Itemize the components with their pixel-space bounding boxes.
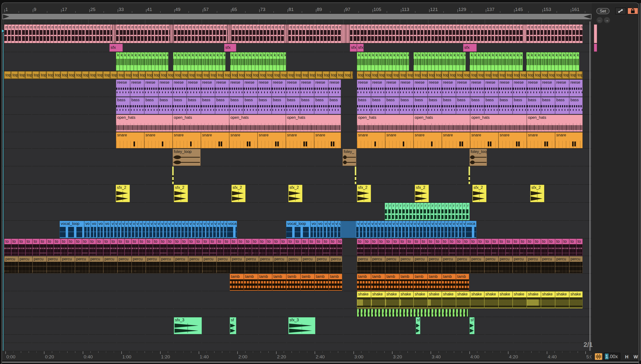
- clip-top_loop[interactable]: top_l: [117, 71, 125, 79]
- clip-top_loop_2[interactable]: to: [505, 238, 513, 256]
- clip-vocal_loop[interactable]: v: [217, 221, 220, 238]
- clip-percussion_lo[interactable]: percu: [146, 256, 160, 273]
- clip-top_loop_2[interactable]: to: [316, 238, 323, 256]
- clip-percussion_lo[interactable]: percu: [413, 256, 428, 273]
- clip-top_loop[interactable]: top_l: [413, 71, 421, 79]
- clip-tambourine_l[interactable]: tamb: [315, 274, 329, 291]
- clip-snare[interactable]: snare: [498, 132, 527, 148]
- clip-reese_bass[interactable]: reese: [484, 80, 498, 96]
- clip-vocal_loop[interactable]: vocal_loop: [286, 221, 310, 238]
- clip-bass[interactable]: bass: [286, 97, 300, 114]
- clip-vocal_loop[interactable]: v: [114, 221, 118, 238]
- clip-ride_loop[interactable]: r: [438, 203, 442, 220]
- clip-ride_loop[interactable]: r: [410, 203, 413, 220]
- clip-top_loop_2[interactable]: to: [548, 238, 555, 256]
- clip-acoustic_dru[interactable]: a: [453, 309, 456, 317]
- clip-top_loop_2[interactable]: to: [146, 238, 153, 256]
- clip-top_loop[interactable]: top_l: [498, 71, 505, 79]
- clip-top_loop[interactable]: top_l: [520, 71, 527, 79]
- clip-ride_loop[interactable]: r: [427, 203, 431, 220]
- clip-sfx_3[interactable]: sfx_3: [288, 317, 315, 334]
- clip-top_loop_2[interactable]: to: [309, 238, 316, 256]
- clip-snare[interactable]: snare: [413, 132, 442, 148]
- clip-vocal_loop[interactable]: v: [452, 221, 455, 238]
- clip-bass[interactable]: bass: [215, 97, 229, 114]
- clip-reese_bass[interactable]: reese: [513, 80, 527, 96]
- clip-vocal_loop[interactable]: v: [402, 221, 406, 238]
- clip-ride_loop[interactable]: r: [413, 203, 417, 220]
- clip-top_loop[interactable]: top_l: [491, 71, 498, 79]
- clip-vocal_loop[interactable]: vo: [91, 221, 97, 238]
- clip-sfx_3[interactable]: sf: [416, 317, 420, 334]
- clip-melodic_loop[interactable]: m: [270, 24, 274, 43]
- clip-top_loop[interactable]: top_l: [132, 71, 139, 79]
- lane-drum_fill[interactable]: [2, 166, 592, 184]
- clip-melodic_loop[interactable]: m: [442, 24, 445, 43]
- clip-melodic_loop[interactable]: m: [263, 24, 267, 43]
- clip-vocal_loop[interactable]: v: [118, 221, 121, 238]
- clip-top_loop_2[interactable]: to: [202, 238, 209, 256]
- lane-empty-1[interactable]: [2, 335, 592, 342]
- clip-melodic_loop[interactable]: m: [75, 24, 79, 43]
- clip-top_loop[interactable]: top_l: [188, 71, 195, 79]
- clip-percussion_lo[interactable]: percu: [132, 256, 146, 273]
- clip-kick[interactable]: k: [453, 52, 456, 71]
- clip-percussion_lo[interactable]: percu: [117, 256, 132, 273]
- clip-kick[interactable]: k: [116, 52, 120, 71]
- clip-vocal_loop[interactable]: v: [174, 221, 178, 238]
- clip-top_loop_2[interactable]: to: [491, 238, 498, 256]
- clip-melodic_loop[interactable]: m: [195, 24, 199, 43]
- clip-shakers[interactable]: shake: [357, 291, 371, 308]
- clip-kick[interactable]: k: [572, 52, 576, 71]
- clip-snare[interactable]: snare: [173, 132, 201, 148]
- clip-percussion_lo[interactable]: percu: [174, 256, 188, 273]
- clip-percussion_lo[interactable]: percu: [33, 256, 47, 273]
- clip-snare[interactable]: snare: [357, 132, 385, 148]
- clip-melodic_loop[interactable]: m: [338, 24, 341, 43]
- clip-vocal_loop[interactable]: v: [381, 221, 385, 238]
- clip-bass[interactable]: bass: [314, 97, 328, 114]
- clip-melodic_loop[interactable]: m: [449, 24, 453, 43]
- clip-vocal_loop[interactable]: voca: [227, 221, 237, 238]
- clip-tambourine_l[interactable]: tamb: [442, 274, 456, 291]
- clip-top_loop[interactable]: top_l: [385, 71, 392, 79]
- clip-ride_loop[interactable]: r: [406, 203, 410, 220]
- clip-drum_fill[interactable]: [468, 166, 470, 184]
- clip-melodic_loop[interactable]: m: [260, 24, 263, 43]
- clip-top_loop_2[interactable]: to: [569, 238, 576, 256]
- clip-reese_bass[interactable]: reese: [555, 80, 569, 96]
- clip-percussion_lo[interactable]: percu: [301, 256, 316, 273]
- clip-kick[interactable]: k: [449, 52, 453, 71]
- lane-acoustic_dru[interactable]: aaaaaaaaaaaaaaaaaaaaaaaaaaaaaaaa: [2, 309, 592, 317]
- clip-top_loop_2[interactable]: to: [555, 238, 562, 256]
- clip-kick[interactable]: k: [502, 52, 505, 71]
- clip-melodic_loop[interactable]: m: [65, 24, 68, 43]
- clip-bass[interactable]: bass: [243, 97, 258, 114]
- clip-shakers[interactable]: shake: [527, 291, 541, 308]
- clip-kick[interactable]: k: [533, 52, 537, 71]
- clip-kick[interactable]: k: [473, 52, 477, 71]
- clip-vocal_loop[interactable]: vo: [104, 221, 111, 238]
- clip-kick[interactable]: k: [361, 52, 364, 71]
- clip-top_loop_2[interactable]: to: [294, 238, 301, 256]
- clip-melodic_loop[interactable]: m: [540, 24, 544, 43]
- clip-kick[interactable]: k: [435, 52, 438, 71]
- clip-acoustic_dru[interactable]: a: [399, 309, 403, 317]
- clip-reese_bass[interactable]: reese: [371, 80, 385, 96]
- clip-vocal_loop[interactable]: v: [181, 221, 185, 238]
- clip-vocal_loop[interactable]: v: [459, 221, 463, 238]
- clip-melodic_loop[interactable]: m: [463, 24, 467, 43]
- lane-reese_bass[interactable]: reesereesereesereesereesereesereesereese…: [2, 80, 592, 96]
- clip-snare[interactable]: snare: [527, 132, 555, 148]
- clip-melodic_loop[interactable]: m: [491, 24, 495, 43]
- clip-melodic_loop[interactable]: m: [350, 24, 353, 43]
- clip-acoustic_dru[interactable]: a: [424, 309, 428, 317]
- clip-melodic_loop[interactable]: m: [47, 24, 50, 43]
- clip-melodic_loop[interactable]: m: [513, 24, 516, 43]
- clip-top_loop_2[interactable]: to: [82, 238, 89, 256]
- clip-acoustic_dru[interactable]: a: [449, 309, 453, 317]
- clip-percussion_lo[interactable]: percu: [569, 256, 583, 273]
- clip-kick[interactable]: k: [442, 52, 445, 71]
- clip-acoustic_dru[interactable]: a: [438, 309, 442, 317]
- lane-sfx_3[interactable]: sfx_3sfsfx_3sfsf: [2, 317, 592, 334]
